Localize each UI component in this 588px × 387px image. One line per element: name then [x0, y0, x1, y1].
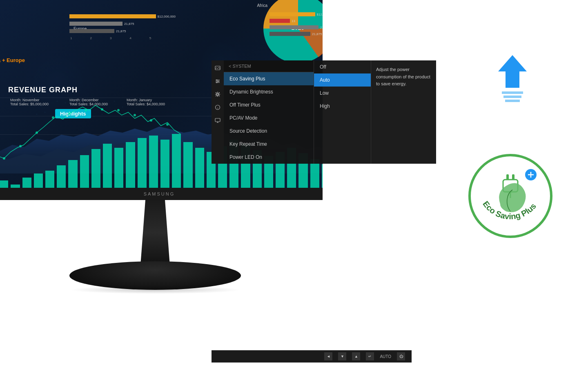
svg-point-49	[217, 93, 219, 96]
osd-menu: i < SYSTEM Eco Saving Plus Dynamic Brigh…	[212, 60, 436, 164]
osd-auto-label: AUTO	[380, 354, 391, 359]
africa-bar-3	[270, 25, 318, 29]
osd-sub-item-high[interactable]: High	[314, 100, 371, 113]
osd-item-key-repeat[interactable]: Key Repeat Time	[224, 138, 314, 151]
osd-description-panel: Adjust the power consumption of the prod…	[371, 60, 436, 164]
hbar-fill-3	[69, 29, 114, 33]
monitor-container: 2014 America + Europe 2020 Europe	[0, 0, 335, 387]
samsung-brand-logo: SAMSUNG	[144, 191, 175, 196]
line-chart	[0, 98, 182, 171]
osd-sub-item-auto[interactable]: Auto	[314, 73, 371, 87]
top-hbar-chart: $12,000,000 21,875 21,875 1 2 3 4 5	[69, 14, 176, 40]
svg-point-41	[166, 123, 169, 126]
hbar-label-1: $12,000,000	[158, 15, 176, 18]
osd-sidebar: i	[212, 60, 224, 164]
eco-saving-plus-logo: Eco Saving Plus	[466, 151, 555, 241]
osd-nav-enter[interactable]: ↵	[366, 352, 374, 360]
arrow-line-1	[502, 91, 523, 94]
osd-main-menu: < SYSTEM Eco Saving Plus Dynamic Brightn…	[224, 60, 314, 164]
svg-rect-52	[215, 118, 220, 122]
svg-point-37	[101, 108, 103, 111]
svg-text:i: i	[217, 107, 218, 109]
eco-saving-logo-container: Eco Saving Plus	[466, 151, 555, 241]
svg-point-39	[134, 114, 136, 116]
osd-sub-item-off[interactable]: Off	[314, 60, 371, 73]
svg-rect-59	[512, 174, 514, 180]
svg-point-34	[52, 116, 54, 119]
osd-item-dynamic-brightness[interactable]: Dynamic Brightness	[224, 85, 314, 98]
osd-icon-display[interactable]	[214, 117, 221, 124]
hbar-label-2: 21,875	[124, 22, 134, 26]
africa-label: Africa	[257, 3, 267, 8]
africa-bar-2	[270, 19, 290, 23]
hbar-label-3: 21,875	[116, 29, 126, 33]
osd-item-off-timer[interactable]: Off Timer Plus	[224, 98, 314, 111]
arrow-line-2	[503, 96, 521, 98]
osd-icon-info[interactable]: i	[214, 104, 221, 111]
eco-saving-content: Eco Saving Plus	[323, 0, 588, 387]
osd-nav-up[interactable]: ▲	[352, 352, 360, 360]
monitor-bezel: SAMSUNG	[0, 188, 343, 200]
osd-sub-item-low[interactable]: Low	[314, 87, 371, 100]
svg-point-38	[117, 109, 120, 111]
svg-point-46	[216, 80, 218, 81]
svg-point-36	[85, 109, 87, 111]
svg-point-33	[36, 131, 38, 134]
osd-nav-left[interactable]: ◄	[324, 352, 332, 360]
america-europe-label: America + Europe	[0, 57, 25, 63]
osd-menu-header: < SYSTEM	[224, 60, 314, 72]
africa-bar-1	[270, 12, 315, 16]
monitor-stand-neck	[131, 200, 180, 265]
hbar-fill-1	[69, 14, 156, 18]
osd-item-source-detection[interactable]: Source Detection	[224, 125, 314, 138]
arrow-up-graphic	[494, 53, 531, 102]
arrow-line-3	[505, 100, 520, 102]
osd-item-power-led[interactable]: Power LED On	[224, 151, 314, 164]
arrow-lines	[502, 91, 523, 102]
monitor-stand-shadow	[69, 286, 241, 294]
osd-nav-power[interactable]: ⏻	[397, 352, 405, 360]
svg-point-32	[19, 145, 22, 147]
osd-icon-system[interactable]	[214, 91, 221, 98]
svg-rect-58	[506, 174, 509, 180]
svg-point-47	[218, 81, 219, 82]
svg-point-4	[32, 96, 33, 97]
africa-bar-4	[270, 32, 310, 36]
svg-point-31	[3, 157, 5, 160]
svg-point-35	[68, 112, 71, 115]
svg-point-40	[150, 119, 152, 122]
revenue-graph-title: REVENUE GRAPH	[8, 86, 78, 94]
osd-item-pcav-mode[interactable]: PC/AV Mode	[224, 111, 314, 125]
osd-nav-down[interactable]: ▼	[338, 352, 346, 360]
osd-bottom-bar: ◄ ▼ ▲ ↵ AUTO ⏻	[212, 350, 412, 363]
svg-point-48	[216, 82, 218, 83]
osd-icon-adjust[interactable]	[214, 78, 221, 85]
osd-icon-picture[interactable]	[214, 64, 221, 72]
hbar-fill-2	[69, 22, 122, 26]
svg-marker-55	[498, 55, 527, 88]
arrow-up-icon	[494, 53, 531, 90]
osd-submenu: Off Auto Low High	[314, 60, 371, 164]
osd-item-eco-saving[interactable]: Eco Saving Plus	[224, 72, 314, 85]
